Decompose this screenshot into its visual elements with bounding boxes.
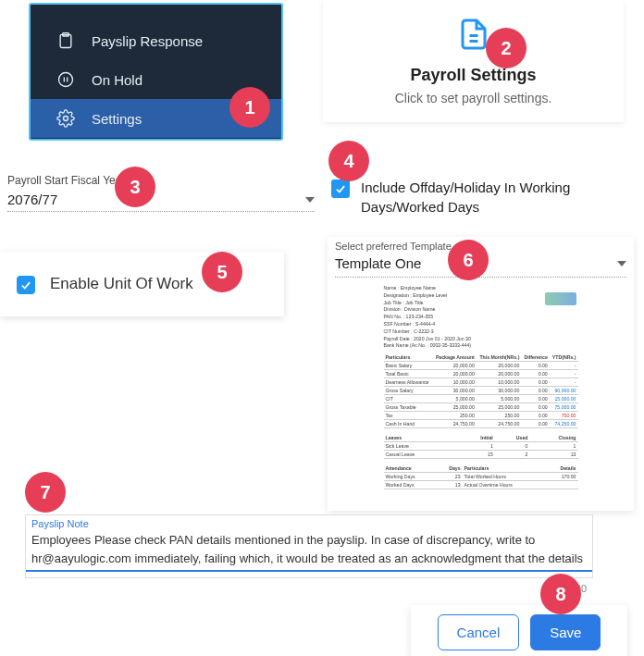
step-badge-3: 3 xyxy=(115,167,155,207)
fiscal-year-value: 2076/77 xyxy=(7,192,57,207)
step-badge-6: 6 xyxy=(448,240,489,280)
save-button[interactable]: Save xyxy=(530,614,601,650)
fiscal-year-label: Payroll Start Fiscal Year xyxy=(7,174,125,187)
template-select-value: Template One xyxy=(335,255,421,271)
enable-unit-label: Enable Unit Of Work xyxy=(50,275,193,293)
step-badge-2: 2 xyxy=(486,28,526,68)
cancel-button[interactable]: Cancel xyxy=(438,614,520,650)
pause-circle-icon xyxy=(56,70,75,89)
svg-point-5 xyxy=(64,117,68,121)
sidebar-item-label: Payslip Response xyxy=(92,33,203,49)
include-offday-checkbox[interactable] xyxy=(331,179,350,198)
payroll-settings-title: Payroll Settings xyxy=(410,66,536,85)
sidebar-item-payslip-response[interactable]: Payslip Response xyxy=(31,21,281,60)
company-logo xyxy=(545,292,576,305)
include-offday-row: Include Offday/Holiday In Working Days/W… xyxy=(331,178,637,217)
template-panel: Select preferred Template Template One N… xyxy=(328,237,634,511)
payslip-note-label: Payslip Note xyxy=(26,515,592,529)
sidebar-item-label: Settings xyxy=(92,111,142,127)
payroll-settings-card[interactable]: Payroll Settings Click to set payroll se… xyxy=(323,0,624,122)
step-badge-7: 7 xyxy=(25,472,66,513)
payroll-settings-subtitle: Click to set payroll settings. xyxy=(395,91,552,105)
step-badge-1: 1 xyxy=(229,87,270,128)
enable-unit-checkbox[interactable] xyxy=(17,276,35,294)
payslip-note-textarea[interactable] xyxy=(26,529,592,572)
step-badge-5: 5 xyxy=(202,252,242,292)
clipboard-icon xyxy=(56,31,75,50)
action-buttons: Cancel Save xyxy=(411,605,627,656)
fiscal-year-select[interactable]: Payroll Start Fiscal Year 2076/77 xyxy=(7,171,315,212)
include-offday-label: Include Offday/Holiday In Working Days/W… xyxy=(361,178,637,217)
svg-point-2 xyxy=(59,73,73,87)
sidebar-item-label: On Hold xyxy=(92,72,142,88)
gear-icon xyxy=(56,109,75,128)
chevron-down-icon xyxy=(305,197,315,203)
step-badge-4: 4 xyxy=(328,141,369,181)
template-preview: Name : Employee NameDesignation : Employ… xyxy=(384,285,578,489)
payslip-note-panel: Payslip Note 214 / 600 xyxy=(25,514,593,578)
enable-unit-row: Enable Unit Of Work xyxy=(0,252,284,316)
chevron-down-icon xyxy=(617,261,626,266)
step-badge-8: 8 xyxy=(540,574,581,614)
